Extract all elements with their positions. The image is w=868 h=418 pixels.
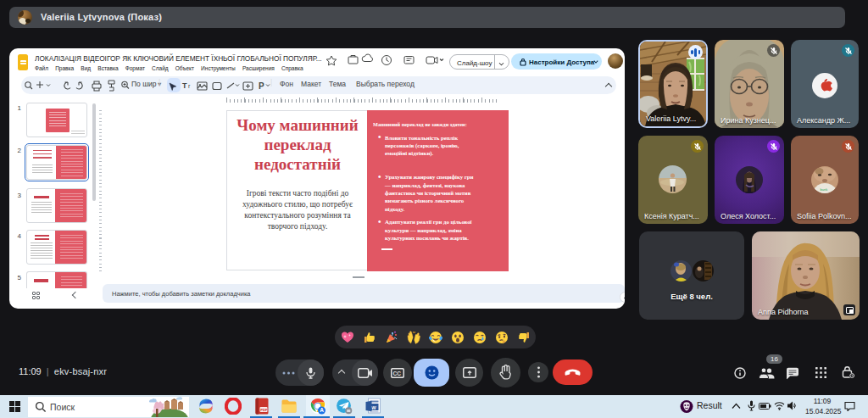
svg-text:P: P: [259, 81, 264, 91]
svg-text:r: r: [188, 83, 191, 89]
svg-text:PDF: PDF: [260, 408, 268, 412]
svg-text:W: W: [371, 405, 376, 410]
svg-text:A: A: [320, 407, 324, 413]
svg-text:CC: CC: [393, 370, 402, 376]
svg-text:T: T: [182, 81, 187, 90]
svg-text:bank: bank: [821, 187, 828, 192]
